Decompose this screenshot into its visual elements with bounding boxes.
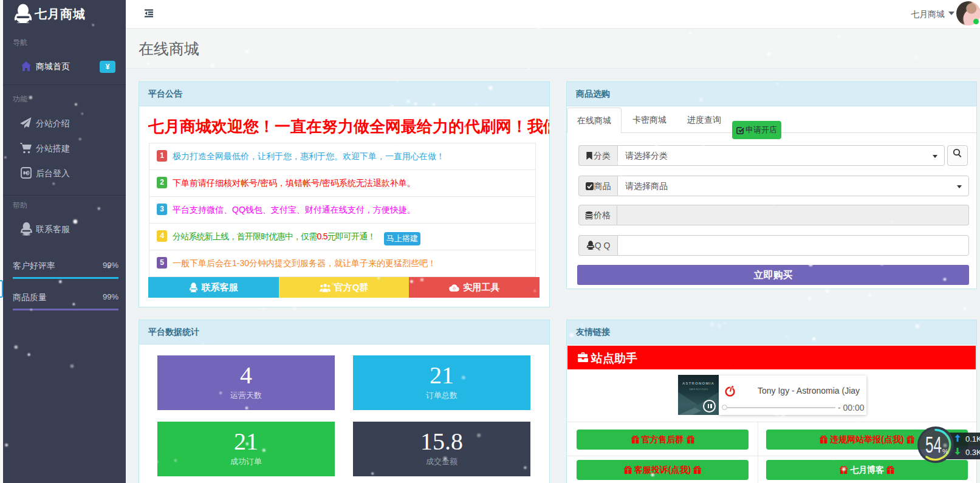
svg-text:%: % (942, 448, 948, 455)
svg-text:54: 54 (925, 433, 942, 457)
